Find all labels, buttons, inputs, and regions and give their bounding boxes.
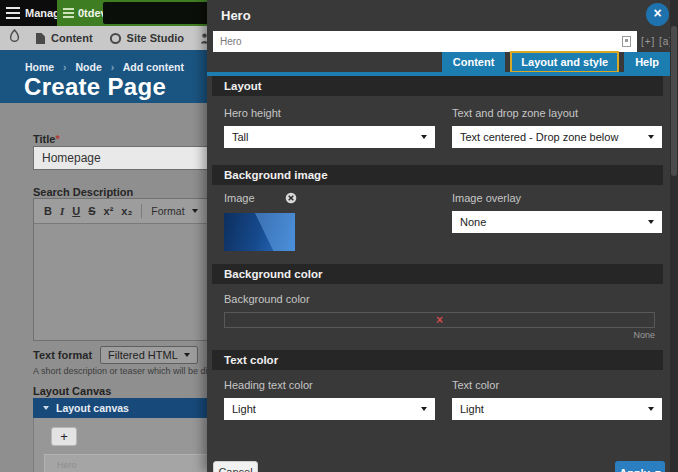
breadcrumb-node[interactable]: Node: [76, 61, 102, 73]
drop-zone-layout-select[interactable]: Text centered - Drop zone below: [452, 126, 662, 148]
field-hero-height: Hero height Tall: [224, 107, 435, 148]
tab-help[interactable]: Help: [624, 52, 670, 72]
toolbar-item-label: Content: [51, 32, 93, 44]
section-background-color: Background color Background color × None: [207, 264, 670, 350]
breadcrumb-separator: ›: [111, 61, 115, 73]
modal-title: Hero: [221, 8, 251, 23]
chevron-down-icon: [421, 135, 427, 139]
bold-button[interactable]: B: [44, 205, 52, 217]
hero-height-select[interactable]: Tall: [224, 126, 435, 148]
modal-body: Layout Hero height Tall Text and drop zo…: [207, 76, 670, 458]
chevron-down-icon: [648, 407, 654, 411]
section-header-layout: Layout: [212, 76, 663, 96]
strikethrough-button[interactable]: S: [88, 205, 95, 217]
modal-scrollbar[interactable]: [670, 0, 678, 472]
scrollbar-thumb[interactable]: [671, 26, 677, 176]
field-label: Heading text color: [224, 379, 435, 391]
close-icon[interactable]: ×: [646, 3, 669, 26]
toolbar-item-label: Site Studio: [127, 32, 184, 44]
underline-button[interactable]: U: [72, 205, 80, 217]
required-mark: *: [55, 133, 59, 145]
field-text-color: Text color Light: [452, 379, 662, 420]
text-format-label: Text format: [33, 349, 92, 361]
no-color-icon: ×: [436, 313, 443, 327]
token-icon[interactable]: [622, 36, 631, 47]
subscript-button[interactable]: x₂: [121, 205, 132, 217]
remove-image-icon[interactable]: [285, 192, 297, 204]
section-header-background-image: Background image: [212, 165, 663, 185]
search-description-label: Search Description: [33, 186, 133, 198]
field-label: Text color: [452, 379, 662, 391]
section-text-color: Text color Heading text color Light Text…: [207, 350, 670, 437]
list-icon: [63, 8, 74, 20]
italic-button[interactable]: I: [60, 205, 64, 217]
breadcrumb-home[interactable]: Home: [25, 61, 54, 73]
breadcrumb-add-content[interactable]: Add content: [123, 61, 184, 73]
field-heading-text-color: Heading text color Light: [224, 379, 435, 420]
screen: Manage 0tdev Content Site Studio People …: [0, 0, 678, 472]
toolbar-item-site-studio[interactable]: Site Studio: [109, 32, 184, 45]
field-image-overlay: Image overlay None: [452, 192, 662, 251]
apply-button[interactable]: Apply: [615, 461, 665, 472]
chevron-down-icon: [648, 135, 654, 139]
chevron-down-icon: [192, 209, 198, 213]
chevron-down-icon: [421, 407, 427, 411]
drupal-logo-icon[interactable]: [8, 29, 21, 48]
field-label: Background color: [224, 293, 655, 305]
background-image-thumbnail[interactable]: [224, 213, 295, 251]
toolbar-item-content[interactable]: Content: [35, 32, 93, 45]
color-value-note: None: [224, 330, 655, 340]
add-component-button[interactable]: +: [51, 427, 77, 446]
chevron-down-icon: [184, 353, 190, 357]
site-studio-icon: [109, 32, 122, 45]
section-header-text-color: Text color: [212, 350, 663, 370]
text-color-select[interactable]: Light: [452, 398, 662, 420]
toolbar-divider: [141, 204, 142, 218]
section-layout: Layout Hero height Tall Text and drop zo…: [207, 76, 670, 165]
field-image: Image: [224, 192, 435, 251]
layout-canvas-label: Layout Canvas: [33, 385, 111, 397]
format-dropdown[interactable]: Format: [151, 205, 184, 217]
section-background-image: Background image Image Image overlay: [207, 165, 670, 264]
text-format-select[interactable]: Filtered HTML: [100, 346, 198, 364]
image-overlay-select[interactable]: None: [452, 211, 662, 233]
field-label: Hero height: [224, 107, 435, 119]
background-color-picker[interactable]: ×: [224, 312, 655, 328]
field-label: Image overlay: [452, 192, 662, 204]
breadcrumb: Home › Node › Add content: [25, 61, 184, 73]
field-label: Text and drop zone layout: [452, 107, 662, 119]
hero-settings-modal: Hero × [+] [a] Content Layout and style …: [207, 0, 678, 472]
file-icon: [35, 32, 46, 45]
superscript-button[interactable]: x²: [104, 205, 114, 217]
title-field-label: Title*: [33, 133, 60, 145]
page-title: Create Page: [24, 73, 166, 101]
section-header-background-color: Background color: [212, 264, 663, 284]
add-token-button[interactable]: [+]: [641, 36, 655, 47]
component-name-input[interactable]: [213, 31, 637, 52]
collapse-caret-icon: [43, 406, 49, 410]
text-format-row: Text format Filtered HTML: [33, 346, 198, 364]
cancel-button[interactable]: Cancel: [213, 461, 258, 472]
hamburger-icon[interactable]: [6, 7, 20, 22]
breadcrumb-separator: ›: [63, 61, 67, 73]
field-drop-zone-layout: Text and drop zone layout Text centered …: [452, 107, 662, 148]
tab-layout-and-style[interactable]: Layout and style: [510, 51, 619, 73]
component-name-field: [213, 31, 637, 52]
chevron-down-icon: [648, 220, 654, 224]
modal-tabs: Content Layout and style Help: [207, 52, 670, 72]
heading-text-color-select[interactable]: Light: [224, 398, 435, 420]
image-field-label: Image: [224, 192, 255, 204]
tab-content[interactable]: Content: [442, 52, 506, 72]
